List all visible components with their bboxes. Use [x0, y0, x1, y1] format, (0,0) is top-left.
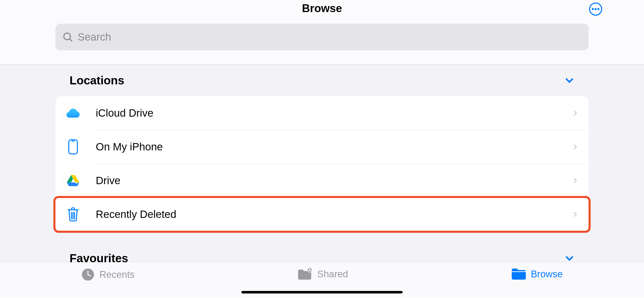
row-label: Recently Deleted	[96, 208, 572, 220]
tab-label: Recents	[100, 269, 135, 280]
tab-shared[interactable]: Shared	[297, 268, 348, 280]
chevron-right-icon	[572, 210, 578, 219]
header-bar: Browse	[0, 0, 644, 64]
svg-point-0	[592, 8, 594, 10]
icloud-icon	[67, 109, 80, 118]
svg-marker-10	[67, 182, 77, 186]
row-label: Drive	[96, 175, 572, 187]
location-row-google-drive[interactable]: Drive	[55, 164, 589, 197]
svg-point-18	[309, 269, 310, 270]
locations-list: iCloud Drive On My iPhone	[55, 96, 589, 231]
row-label: iCloud Drive	[96, 107, 572, 119]
svg-rect-19	[512, 271, 526, 272]
trash-icon	[67, 207, 79, 221]
content-area: Locations iCloud Drive	[0, 74, 644, 265]
svg-rect-5	[69, 140, 77, 154]
location-row-recently-deleted[interactable]: Recently Deleted	[55, 197, 589, 231]
svg-point-1	[595, 8, 597, 10]
chevron-right-icon	[572, 176, 578, 185]
home-indicator[interactable]	[241, 291, 403, 293]
more-options-button[interactable]	[589, 3, 602, 16]
page-title: Browse	[0, 2, 644, 15]
search-input[interactable]	[78, 31, 582, 43]
tab-recents[interactable]: Recents	[81, 268, 135, 281]
section-title: Locations	[70, 74, 124, 87]
section-header-locations[interactable]: Locations	[55, 74, 589, 87]
row-label: On My iPhone	[96, 141, 572, 153]
search-icon	[62, 32, 73, 42]
chevron-right-icon	[572, 108, 578, 118]
ellipsis-icon	[592, 8, 599, 10]
google-drive-icon	[67, 175, 79, 186]
svg-line-4	[70, 39, 72, 41]
iphone-icon	[68, 139, 78, 154]
tab-label: Browse	[531, 269, 563, 280]
folder-icon	[511, 268, 526, 280]
location-row-icloud[interactable]: iCloud Drive	[55, 96, 589, 130]
svg-point-2	[597, 8, 599, 10]
search-field-container[interactable]	[55, 24, 589, 50]
tab-browse[interactable]: Browse	[511, 268, 563, 280]
tab-label: Shared	[317, 269, 348, 280]
location-row-on-my-iphone[interactable]: On My iPhone	[55, 130, 589, 164]
chevron-down-icon	[564, 75, 574, 85]
shared-folder-icon	[297, 268, 312, 280]
clock-icon	[81, 268, 94, 281]
chevron-down-icon	[564, 253, 574, 263]
chevron-right-icon	[572, 142, 578, 152]
